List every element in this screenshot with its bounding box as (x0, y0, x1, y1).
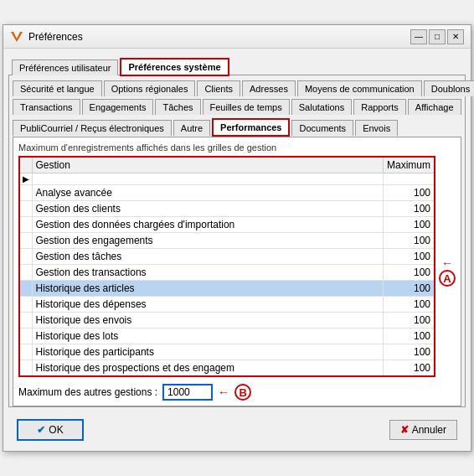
arrow-b-icon: ← (218, 385, 229, 399)
row-gestion-cell: Analyse avancée (32, 185, 383, 201)
tab-autre[interactable]: Autre (173, 120, 210, 136)
row-arrow-col (20, 297, 32, 313)
tab-rapports[interactable]: Rapports (353, 99, 406, 115)
tab-options-regionales[interactable]: Options régionales (104, 80, 196, 96)
col-header-gestion: Gestion (32, 158, 383, 173)
row-max-cell: 100 (383, 265, 434, 281)
row-arrow-col (20, 360, 32, 376)
tab-row-3: Transactions Engagements Tâches Feuilles… (13, 97, 461, 114)
maximize-button[interactable]: □ (429, 29, 446, 44)
svg-marker-0 (11, 32, 23, 42)
row-gestion-cell: Historique des lots (32, 329, 383, 344)
main-window: Préférences — □ ✕ Préférences utilisateu… (3, 24, 471, 452)
row-max-cell: 100 (383, 233, 434, 249)
row-gestion-cell: Gestion des données chargées d'importati… (32, 217, 383, 233)
row-arrow-col (20, 233, 32, 249)
tab-publiCourriel[interactable]: PubliCourriel / Reçus électroniques (13, 120, 172, 136)
max-autres-label: Maximum des autres gestions : (18, 386, 157, 398)
title-bar: Préférences — □ ✕ (3, 25, 471, 49)
check-icon: ✔ (37, 424, 45, 436)
table-row[interactable]: ▶ (20, 173, 434, 185)
table-border: Gestion Maximum ▶Analyse avancée100Gesti… (18, 156, 435, 377)
row-gestion-cell: Historique des dépenses (32, 297, 383, 313)
row-arrow-col (20, 344, 32, 360)
tab-row-2: Sécurité et langue Options régionales Cl… (13, 79, 461, 96)
row-gestion-cell: Historique des participants (32, 344, 383, 360)
window-title: Préférences (28, 31, 83, 43)
table-row[interactable]: Historique des participants100 (20, 344, 434, 360)
table-row[interactable]: Historique des envois100 (20, 313, 434, 329)
tab-securite-langue[interactable]: Sécurité et langue (13, 80, 102, 96)
active-tab-content: Maximum d'enregistrements affichés dans … (13, 137, 461, 406)
tab-preferences-utilisateur[interactable]: Préférences utilisateur (12, 60, 118, 75)
tab-documents[interactable]: Documents (291, 120, 353, 136)
table-annotation-wrapper: Gestion Maximum ▶Analyse avancée100Gesti… (18, 156, 456, 377)
arrow-a-icon: ← (441, 256, 453, 270)
table-row[interactable]: Historique des lots100 (20, 329, 434, 344)
annotation-a-container: ← A (439, 156, 456, 287)
tab-clients[interactable]: Clients (197, 80, 240, 96)
row-max-cell: 100 (383, 360, 434, 376)
row-gestion-cell: Gestion des engagements (32, 233, 383, 249)
row-max-cell: 100 (383, 281, 434, 297)
table-row[interactable]: Gestion des clients100 (20, 201, 434, 217)
row-max-cell: 100 (383, 249, 434, 265)
table-row[interactable]: Gestion des données chargées d'importati… (20, 217, 434, 233)
table-row[interactable]: Gestion des tâches100 (20, 249, 434, 265)
row-max-cell: 100 (383, 313, 434, 329)
tab-feuilles-temps[interactable]: Feuilles de temps (203, 99, 290, 115)
tab-row-4: PubliCourriel / Reçus électroniques Autr… (13, 116, 461, 135)
col-header-max: Maximum (383, 158, 434, 173)
row-gestion-cell: Gestion des transactions (32, 265, 383, 281)
gestion-table: Gestion Maximum ▶Analyse avancée100Gesti… (20, 158, 434, 375)
row-arrow-col (20, 249, 32, 265)
minimize-button[interactable]: — (410, 29, 427, 44)
tab-affichage[interactable]: Affichage (408, 99, 461, 115)
tab-moyens-communication[interactable]: Moyens de communication (297, 80, 422, 96)
bottom-section: Maximum des autres gestions : ← B (18, 384, 456, 401)
row-max-cell: 100 (383, 201, 434, 217)
cancel-label: Annuler (412, 424, 446, 436)
row-arrow-col (20, 313, 32, 329)
app-icon (10, 30, 23, 44)
title-buttons: — □ ✕ (410, 29, 464, 44)
table-row[interactable]: Gestion des transactions100 (20, 265, 434, 281)
tab-performances[interactable]: Performances (212, 118, 290, 137)
row-max-cell: 100 (383, 344, 434, 360)
ok-button[interactable]: ✔ OK (17, 419, 84, 441)
tab-content-area: Sécurité et langue Options régionales Cl… (8, 75, 466, 407)
max-autres-input[interactable] (162, 384, 213, 401)
subtitle: Maximum d'enregistrements affichés dans … (18, 142, 456, 153)
table-row[interactable]: Historique des dépenses100 (20, 297, 434, 313)
row-gestion-cell: Historique des prospections et des engag… (32, 360, 383, 376)
row-max-cell: 100 (383, 217, 434, 233)
title-bar-left: Préférences (10, 30, 83, 44)
table-row[interactable]: Historique des prospections et des engag… (20, 360, 434, 376)
table-row[interactable]: Gestion des engagements100 (20, 233, 434, 249)
table-row[interactable]: Analyse avancée100 (20, 185, 434, 201)
row-gestion-cell: Historique des envois (32, 313, 383, 329)
cancel-button[interactable]: ✘ Annuler (389, 420, 457, 440)
row-max-cell (383, 173, 434, 185)
tab-adresses[interactable]: Adresses (242, 80, 296, 96)
row-arrow-col (20, 185, 32, 201)
tab-envois[interactable]: Envois (355, 120, 398, 136)
tab-taches[interactable]: Tâches (155, 99, 200, 115)
row-arrow-col (20, 217, 32, 233)
row-gestion-cell: Historique des articles (32, 281, 383, 297)
footer: ✔ OK ✘ Annuler (8, 412, 466, 446)
tab-preferences-systeme[interactable]: Préférences système (120, 58, 229, 76)
row-max-cell: 100 (383, 297, 434, 313)
tab-salutations[interactable]: Salutations (291, 99, 352, 115)
row-max-cell: 100 (383, 329, 434, 344)
close-button[interactable]: ✕ (447, 29, 464, 44)
tab-doublons[interactable]: Doublons (424, 80, 474, 96)
table-scrollable[interactable]: Gestion Maximum ▶Analyse avancée100Gesti… (20, 158, 434, 375)
row-arrow-col (20, 329, 32, 344)
table-row[interactable]: Historique des articles100 (20, 281, 434, 297)
ok-label: OK (49, 424, 63, 436)
row-max-cell: 100 (383, 185, 434, 201)
tab-transactions[interactable]: Transactions (13, 99, 80, 115)
row-gestion-cell: Gestion des clients (32, 201, 383, 217)
tab-engagements[interactable]: Engagements (82, 99, 154, 115)
